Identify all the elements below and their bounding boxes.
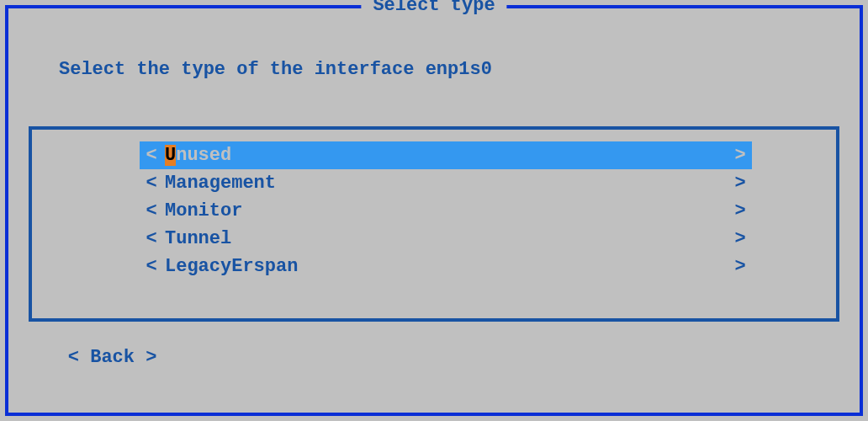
option-label: Monitor [163, 197, 728, 225]
option-label: Unused [163, 141, 728, 169]
option-unused[interactable]: <Unused> [140, 141, 752, 169]
chevron-right-icon: > [728, 169, 752, 197]
back-button[interactable]: < Back > [24, 326, 156, 389]
chevron-right-icon: > [728, 141, 752, 169]
chevron-right-icon: > [728, 253, 752, 280]
chevron-left-icon: < [140, 225, 163, 253]
back-label: Back [90, 347, 135, 368]
option-monitor[interactable]: <Monitor> [140, 197, 752, 225]
chevron-right-icon: > [135, 347, 156, 368]
chevron-left-icon: < [140, 141, 163, 169]
option-legacyerspan[interactable]: <LegacyErspan> [140, 253, 752, 280]
chevron-right-icon: > [728, 197, 752, 225]
chevron-right-icon: > [728, 225, 752, 253]
chevron-left-icon: < [140, 169, 163, 197]
option-label: Tunnel [163, 225, 728, 253]
dialog-frame: Select type Select the type of the inter… [5, 5, 863, 416]
chevron-left-icon: < [140, 197, 163, 225]
chevron-left-icon: < [140, 253, 163, 280]
option-label: Management [163, 169, 728, 197]
option-list: <Unused><Management><Monitor><Tunnel><Le… [29, 126, 839, 322]
chevron-left-icon: < [68, 347, 90, 368]
dialog-title: Select type [361, 0, 506, 16]
dialog-prompt: Select the type of the interface enp1s0 [59, 59, 492, 80]
option-tunnel[interactable]: <Tunnel> [140, 225, 752, 253]
option-label: LegacyErspan [163, 253, 728, 280]
option-management[interactable]: <Management> [140, 169, 752, 197]
